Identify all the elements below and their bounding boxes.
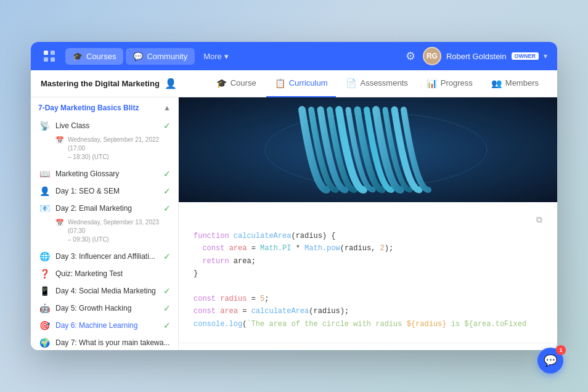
community-icon: 💬: [133, 52, 143, 61]
lesson-info: Day 6: Machine Learning: [55, 321, 158, 330]
lesson-date-row: 📅 Wednesday, September 21, 2022 (17:00– …: [31, 134, 178, 165]
text-block: In a single, engaging session, unravel h…: [179, 343, 557, 350]
course-tab-label: Course: [231, 78, 256, 88]
lesson-info: Day 5: Growth Hacking: [55, 304, 158, 312]
svg-rect-1: [51, 51, 55, 55]
hero-image: [179, 97, 557, 202]
sub-navigation: Mastering the Digital Marketing 👤 🎓 Cour…: [31, 70, 557, 97]
tab-members[interactable]: 👥 Members: [483, 70, 547, 97]
members-tab-icon: 👥: [491, 78, 502, 88]
chat-button[interactable]: 💬 1: [537, 348, 563, 374]
community-label: Community: [147, 52, 187, 61]
lesson-info: Live Class: [55, 121, 158, 130]
check-icon: ✓: [163, 286, 171, 296]
tab-assessments[interactable]: 📄 Assessments: [337, 70, 416, 97]
check-icon: ✓: [163, 321, 171, 330]
sidebar: 7-Day Marketing Basics Blitz ▲ 📡 Live Cl…: [31, 97, 179, 350]
day2-icon: 📧: [38, 203, 51, 213]
lesson-info: Day 3: Influencer and Affiliati...: [55, 252, 158, 261]
calendar-icon: 📅: [55, 219, 64, 227]
list-item[interactable]: 🌍 Day 7: What is your main takewa...: [31, 334, 178, 350]
lesson-title: Day 6: Machine Learning: [55, 321, 158, 330]
lesson-info: Marketing Glossary: [55, 169, 158, 178]
lesson-title: Live Class: [55, 121, 158, 130]
check-icon: ✓: [163, 169, 171, 179]
community-nav-button[interactable]: 💬 Community: [126, 48, 195, 65]
check-icon: ✓: [163, 251, 171, 261]
progress-tab-label: Progress: [441, 78, 473, 88]
day3-icon: 🌐: [38, 251, 51, 261]
chat-badge: 1: [556, 345, 566, 355]
section1-chevron-icon[interactable]: ▲: [163, 104, 171, 112]
chat-icon: 💬: [544, 354, 557, 367]
curriculum-tab-label: Curriculum: [289, 78, 328, 88]
lesson-date-row: 📅 Wednesday, September 13, 2023 (07:30– …: [31, 217, 178, 248]
lesson-title: Quiz: Marketing Test: [55, 269, 171, 278]
list-item[interactable]: 👤 Day 1: SEO & SEM ✓: [31, 182, 178, 200]
svg-rect-3: [51, 57, 55, 62]
course-tabs: 🎓 Course 📋 Curriculum 📄 Assessments 📊 Pr…: [208, 70, 547, 97]
lesson-title: Day 5: Growth Hacking: [55, 304, 158, 312]
list-item[interactable]: 🤖 Day 5: Growth Hacking ✓: [31, 300, 178, 317]
check-icon: ✓: [163, 186, 171, 196]
avatar: RG: [423, 47, 441, 65]
course-tab-icon: 🎓: [216, 78, 227, 88]
glossary-icon: 📖: [38, 169, 51, 179]
list-item[interactable]: 🎯 Day 6: Machine Learning ✓: [31, 317, 178, 334]
lesson-date: Wednesday, September 13, 2023 (07:30– 09…: [68, 218, 171, 244]
owner-badge: OWNER: [512, 52, 539, 60]
courses-label: Courses: [86, 52, 116, 61]
tab-curriculum[interactable]: 📋 Curriculum: [266, 70, 337, 97]
list-item[interactable]: 📱 Day 4: Social Media Marketing ✓: [31, 282, 178, 300]
top-navigation: 🎓 Courses 💬 Community More ▾ ⚙ RG Robert…: [31, 42, 557, 70]
assessments-tab-icon: 📄: [346, 78, 356, 88]
lesson-date: Wednesday, September 21, 2022 (17:00– 18…: [68, 136, 171, 161]
day1-icon: 👤: [38, 186, 51, 196]
assessments-tab-label: Assessments: [360, 78, 407, 88]
content-area: ⧉ function calculateArea(radius) { const…: [179, 97, 557, 350]
lesson-title: Marketing Glossary: [55, 169, 158, 178]
list-item[interactable]: 📖 Marketing Glossary ✓: [31, 165, 178, 182]
list-item[interactable]: 📧 Day 2: Email Marketing ✓: [31, 200, 178, 217]
list-item[interactable]: 🌐 Day 3: Influencer and Affiliati... ✓: [31, 248, 178, 265]
code-block-header: ⧉: [194, 214, 542, 225]
day5-icon: 🤖: [38, 303, 51, 313]
more-nav-button[interactable]: More ▾: [197, 48, 235, 65]
copy-icon[interactable]: ⧉: [536, 214, 542, 225]
lesson-title: Day 4: Social Media Marketing: [55, 287, 158, 295]
user-menu-button[interactable]: RG Robert Goldstein OWNER ▾: [423, 47, 547, 65]
list-item[interactable]: 📡 Live Class ✓: [31, 117, 178, 134]
svg-rect-2: [44, 57, 48, 62]
curriculum-tab-icon: 📋: [275, 78, 285, 88]
settings-button[interactable]: ⚙: [406, 49, 415, 63]
lesson-title: Day 2: Email Marketing: [55, 204, 158, 213]
hero-visual: [179, 97, 557, 202]
section1-title: 7-Day Marketing Basics Blitz: [38, 104, 139, 112]
lesson-info: Day 7: What is your main takewa...: [55, 338, 171, 347]
members-tab-label: Members: [505, 78, 539, 88]
list-item[interactable]: ❓ Quiz: Marketing Test: [31, 265, 178, 282]
lesson-info: Day 4: Social Media Marketing: [55, 287, 158, 295]
tab-course[interactable]: 🎓 Course: [208, 70, 265, 97]
day6-icon: 🎯: [38, 321, 51, 330]
logo: [41, 47, 58, 65]
tab-progress[interactable]: 📊 Progress: [418, 70, 481, 97]
calendar-icon: 📅: [55, 136, 64, 144]
courses-nav-button[interactable]: 🎓 Courses: [65, 48, 123, 65]
day4-icon: 📱: [38, 286, 51, 296]
courses-icon: 🎓: [73, 52, 83, 61]
username: Robert Goldstein: [446, 52, 507, 61]
check-icon: ✓: [163, 303, 171, 313]
quiz-icon: ❓: [38, 269, 51, 279]
svg-rect-0: [44, 51, 48, 55]
person-icon[interactable]: 👤: [165, 78, 177, 89]
live-class-icon: 📡: [38, 121, 51, 131]
lesson-info: Day 2: Email Marketing: [55, 204, 158, 213]
section1-header: 7-Day Marketing Basics Blitz ▲: [31, 97, 178, 117]
lesson-info: Quiz: Marketing Test: [55, 269, 171, 278]
code-block: ⧉ function calculateArea(radius) { const…: [179, 202, 557, 343]
lesson-title: Day 7: What is your main takewa...: [55, 338, 171, 347]
lesson-title: Day 3: Influencer and Affiliati...: [55, 252, 158, 261]
progress-tab-icon: 📊: [427, 78, 437, 88]
lesson-title: Day 1: SEO & SEM: [55, 187, 158, 195]
